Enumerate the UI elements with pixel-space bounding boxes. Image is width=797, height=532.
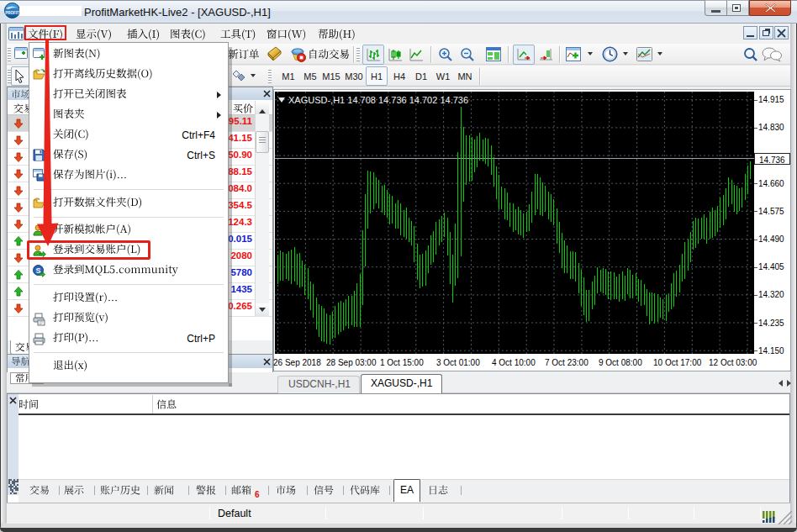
svg-text:PROFIT: PROFIT xyxy=(5,11,19,15)
